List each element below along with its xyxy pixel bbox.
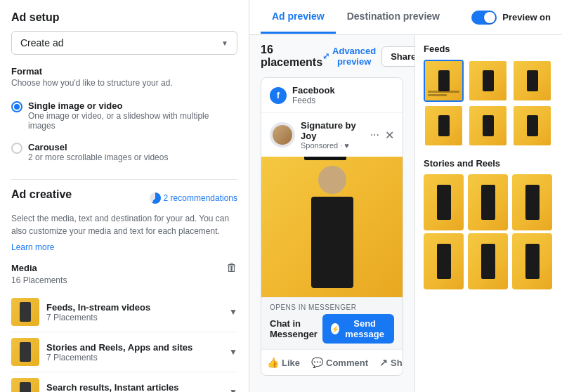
preview-content: 16 placements ⤢ Advanced preview Share ▼ (249, 35, 562, 392)
advertiser-name: Signature by Joy (301, 120, 365, 141)
placements-actions: ⤢ Advanced preview Share ▼ (322, 46, 414, 67)
feeds-thumb-figure-2 (483, 70, 494, 91)
ad-creative-header: Ad creative 2 recommendations (11, 188, 237, 208)
story-figure-1 (437, 185, 451, 220)
figure-head (318, 166, 346, 194)
fb-platform-name: Facebook (292, 85, 335, 96)
share-label: Share (391, 51, 414, 62)
thumb-figure-2 (20, 342, 31, 362)
ad-creative-desc: Select the media, text and destination f… (11, 212, 237, 237)
preview-toggle: Preview on (471, 11, 551, 25)
placement-thumb-inner-2 (11, 338, 39, 366)
messenger-icon: ⚡ (331, 323, 339, 334)
story-thumb-5[interactable] (468, 233, 508, 289)
ad-image (261, 157, 403, 297)
feeds-thumb-5[interactable] (468, 105, 508, 147)
feeds-thumb-1[interactable] (424, 60, 464, 102)
feeds-thumb-6[interactable] (512, 105, 552, 147)
cta-row: Chat in Messenger ⚡ Send message (270, 314, 394, 344)
feeds-thumb-bg-4 (425, 106, 462, 145)
placement-item-3[interactable]: Search results, Instant articles 2 Place… (11, 372, 237, 392)
learn-more-link[interactable]: Learn more (11, 242, 54, 252)
media-header: Media 🗑 (11, 261, 237, 274)
story-thumb-1[interactable] (424, 174, 464, 230)
stories-thumb-grid (424, 174, 554, 289)
fb-logo-icon: f (270, 87, 287, 104)
placements-count: 16 placements (261, 44, 322, 69)
more-options-button[interactable]: ··· (370, 129, 379, 141)
advertiser-info: Signature by Joy Sponsored · ♥ (301, 120, 365, 150)
story-thumb-3[interactable] (512, 174, 552, 230)
divider-1 (11, 179, 237, 180)
recommendations-badge: 2 recommendations (150, 192, 237, 204)
advanced-preview-button[interactable]: ⤢ Advanced preview (322, 46, 376, 67)
like-icon: 👍 (267, 357, 279, 368)
stories-section-title: Stories and Reels (424, 158, 554, 169)
like-button[interactable]: 👍 Like (261, 354, 306, 371)
media-section: Media 🗑 16 Placements Feeds, In-stream v… (11, 261, 237, 392)
sponsored-label: Sponsored · ♥ (301, 141, 365, 150)
send-message-button[interactable]: ⚡ Send message (322, 314, 394, 344)
fb-platform-header: f Facebook Feeds (261, 78, 403, 113)
story-bg-6 (512, 233, 552, 289)
radio-single-title: Single image or video (28, 100, 237, 111)
radio-carousel-desc: 2 or more scrollable images or videos (28, 152, 168, 162)
placement-item-2[interactable]: Stories and Reels, Apps and sites 7 Plac… (11, 332, 237, 372)
tab-destination-preview[interactable]: Destination preview (336, 1, 451, 34)
toggle-label: Preview on (502, 12, 551, 22)
create-ad-dropdown-wrapper: Create ad ▼ (11, 31, 237, 55)
story-thumb-6[interactable] (512, 233, 552, 289)
feeds-thumb-3[interactable] (512, 60, 552, 102)
placement-info-3: Search results, Instant articles 2 Place… (46, 382, 222, 393)
ad-figure (311, 166, 353, 288)
preview-toggle-switch[interactable] (471, 11, 497, 25)
figure-hat (304, 157, 346, 160)
share-icon: ↗ (379, 357, 388, 368)
center-preview: 16 placements ⤢ Advanced preview Share ▼ (249, 35, 414, 392)
thumb-line-1 (428, 91, 459, 93)
story-figure-6 (525, 244, 540, 279)
share-action-label: Share (391, 358, 403, 368)
comment-button[interactable]: 💬 Comment (306, 354, 374, 371)
like-label: Like (282, 358, 300, 368)
feeds-thumb-bg-5 (469, 106, 507, 145)
recommendations-text: 2 recommendations (164, 193, 237, 203)
toggle-knob (484, 12, 495, 23)
placement-info-1: Feeds, In-stream videos 7 Placements (46, 302, 222, 322)
radio-single-desc: One image or video, or a slideshow with … (28, 111, 237, 131)
feeds-thumb-figure-4 (438, 115, 450, 136)
placement-item-1[interactable]: Feeds, In-stream videos 7 Placements ▼ (11, 292, 237, 332)
feeds-thumb-4[interactable] (424, 105, 464, 147)
messenger-bolt-icon: ⚡ (331, 325, 339, 333)
create-ad-dropdown[interactable]: Create ad ▼ (11, 31, 237, 55)
close-ad-button[interactable]: ✕ (385, 129, 394, 142)
ad-setup-title: Ad setup (11, 11, 237, 24)
placement-name-2: Stories and Reels, Apps and sites (46, 342, 222, 353)
radio-carousel-option[interactable]: Carousel 2 or more scrollable images or … (11, 136, 237, 168)
thumb-figure-3 (20, 382, 31, 392)
radio-single-option[interactable]: Single image or video One image or video… (11, 95, 237, 136)
share-button[interactable]: Share ▼ (381, 46, 414, 67)
radio-carousel-circle (11, 143, 22, 154)
right-panel: Ad preview Destination preview Preview o… (249, 0, 562, 392)
comment-label: Comment (326, 358, 368, 368)
placement-count-2: 7 Placements (46, 353, 222, 362)
feeds-thumb-2[interactable] (468, 60, 508, 102)
placement-name-1: Feeds, In-stream videos (46, 302, 222, 313)
expand-icon: ⤢ (322, 51, 329, 61)
media-placements: 16 Placements (11, 275, 237, 285)
feeds-section-title: Feeds (424, 44, 554, 54)
trash-icon[interactable]: 🗑 (226, 261, 237, 274)
tab-ad-preview[interactable]: Ad preview (261, 1, 336, 34)
placement-thumb-2 (11, 338, 39, 366)
story-thumb-4[interactable] (424, 233, 464, 289)
share-action-button[interactable]: ↗ Share (374, 354, 403, 371)
feeds-thumb-bg-1 (425, 61, 462, 100)
ad-post-header: Signature by Joy Sponsored · ♥ ··· ✕ (261, 113, 403, 157)
format-label: Format (11, 66, 237, 77)
placement-thumb-inner-1 (11, 298, 39, 326)
dropdown-arrow-icon: ▼ (221, 39, 228, 47)
format-section: Format Choose how you'd like to structur… (11, 66, 237, 168)
chevron-down-icon-1: ▼ (229, 307, 237, 317)
story-thumb-2[interactable] (468, 174, 508, 230)
